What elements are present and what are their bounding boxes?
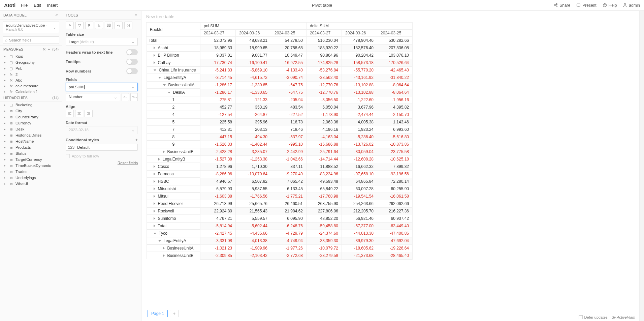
logo: Atoti bbox=[4, 2, 15, 8]
chevron-down-icon: ⌄ bbox=[53, 25, 56, 30]
topbar: Atoti File Edit Insert Pivot table Share… bbox=[0, 0, 644, 11]
tree-item[interactable]: ▸fx2 bbox=[0, 71, 62, 77]
table-row[interactable]: BusinessUnitA-1,286.17-1,330.65-647.75-1… bbox=[147, 81, 413, 89]
tree-item[interactable]: ▸⊞Products bbox=[0, 144, 62, 150]
sort-asc-icon[interactable] bbox=[95, 22, 103, 29]
table-row[interactable]: Total52,072.9648,688.2154,278.50516,230.… bbox=[147, 37, 413, 45]
tree-item[interactable]: ▸⊞HostName bbox=[0, 138, 62, 144]
brackets-icon[interactable]: {·} bbox=[124, 22, 132, 29]
table-row[interactable]: Asahi18,989.3318,999.6520,758.68188,930.… bbox=[147, 44, 413, 52]
table-row[interactable]: LegalEntityB-1,527.38-1,253.38-1,042.66-… bbox=[147, 155, 413, 163]
table-row[interactable]: DeskA-1,286.17-1,330.65-647.75-12,770.76… bbox=[147, 89, 413, 96]
tree-item[interactable]: ▸⊞Currency bbox=[0, 120, 62, 126]
reset-fields[interactable]: Reset fields bbox=[66, 161, 138, 165]
pivot-wrap[interactable]: BookIdpnl.SUMdelta.SUM2024-03-272024-03-… bbox=[146, 22, 635, 308]
menu-edit[interactable]: Edit bbox=[34, 3, 41, 8]
tree-item[interactable]: ▸▢Bucketing bbox=[0, 102, 62, 108]
cond-style-item[interactable]: 123Default bbox=[66, 144, 138, 151]
table-row[interactable]: Cathay-17,730.74-16,100.41-16,972.55-174… bbox=[147, 59, 413, 66]
tree-item[interactable]: ▸⊞Trades bbox=[0, 169, 62, 175]
flag-icon[interactable]: ⚑ bbox=[85, 22, 93, 29]
svg-rect-7 bbox=[109, 24, 110, 27]
widget-title[interactable]: New tree table bbox=[146, 14, 635, 19]
table-row[interactable]: 4-127.54-264.87-227.52-1,173.90-2,474.44… bbox=[147, 111, 413, 118]
dec-more-icon[interactable]: .00→ bbox=[130, 93, 138, 101]
table-row[interactable]: BHP Billiton9,037.019,081.7710,549.4790,… bbox=[147, 52, 413, 59]
table-row[interactable]: 9-1,526.33-1,402.44-995.10-15,686.88-13,… bbox=[147, 141, 413, 148]
statusbar: Defer updates By ActiveViam bbox=[579, 315, 635, 319]
search-input[interactable] bbox=[9, 38, 59, 42]
add-cond-icon[interactable]: + bbox=[135, 138, 138, 142]
table-row[interactable]: LegalEntityA-3,331.08-4,013.38-4,749.94-… bbox=[147, 237, 413, 244]
xy-icon[interactable]: x/y bbox=[115, 22, 123, 29]
tools-header: TOOLS bbox=[66, 13, 78, 17]
tree-item[interactable]: ▸▢PnL bbox=[0, 65, 62, 71]
tree-item[interactable]: ▸⊞Desk bbox=[0, 126, 62, 132]
tree-item[interactable]: ▸⊞TargetCurrency bbox=[0, 156, 62, 163]
tree-item[interactable]: ▸fxcalc measure bbox=[0, 83, 62, 89]
table-row[interactable]: BusinessUnitB-2,309.85-2,103.42-2,772.68… bbox=[147, 252, 413, 259]
share-button[interactable]: Share bbox=[553, 3, 570, 8]
table-row[interactable]: BusinessUnitB-2,428.28-3,285.07-2,442.99… bbox=[147, 148, 413, 155]
measures-tree: ▸▢Kpis▸▢Geography▸▢PnL▸fx2▸fxAbc▸fxcalc … bbox=[0, 53, 62, 94]
filter-icon[interactable]: ▽ bbox=[75, 22, 84, 29]
table-row[interactable]: Rockwell22,924.8021,565.4321,984.62227,8… bbox=[147, 207, 413, 215]
collapse-left-icon[interactable]: « bbox=[55, 12, 59, 18]
defer-updates[interactable]: Defer updates bbox=[579, 315, 608, 319]
table-row[interactable]: 2452.77353.19483.545,050.043,677.964,395… bbox=[147, 104, 413, 111]
present-button[interactable]: Present bbox=[576, 3, 596, 8]
tree-item[interactable]: ▸⊞Status bbox=[0, 150, 62, 156]
rownum-toggle[interactable] bbox=[126, 68, 138, 74]
table-row[interactable]: 1-275.81-121.33-205.94-3,056.50-1,222.60… bbox=[147, 96, 413, 104]
dec-less-icon[interactable]: .0← bbox=[122, 93, 129, 101]
table-row[interactable]: Mitsubishi6,579.935,987.556,133.4565,849… bbox=[147, 185, 413, 193]
align-right-icon[interactable] bbox=[85, 110, 93, 117]
table-row[interactable]: Mitsui-1,603.38-1,766.56-1,775.21-17,768… bbox=[147, 193, 413, 200]
table-row[interactable]: HSBC4,946.576,507.827,065.4249,593.4864,… bbox=[147, 178, 413, 185]
edit-icon[interactable]: ✎ bbox=[66, 22, 74, 29]
table-row[interactable]: China Life Insurance-5,241.83-5,869.10-4… bbox=[147, 66, 413, 74]
number-format-select[interactable]: Number⌄ bbox=[66, 93, 120, 101]
table-row[interactable]: Cosco1,278.961,710.30837.1111,888.5216,6… bbox=[147, 163, 413, 170]
align-center-icon[interactable] bbox=[75, 110, 83, 117]
table-row[interactable]: Formosa-8,286.96-10,070.64-9,270.49-83,2… bbox=[147, 170, 413, 178]
tree-item[interactable]: ▸fxCalculation 1 bbox=[0, 89, 62, 94]
wrap-toggle[interactable] bbox=[126, 49, 138, 55]
columns-icon[interactable] bbox=[105, 22, 113, 29]
table-row[interactable]: 8-447.15-494.30-537.97-4,163.04-5,286.40… bbox=[147, 133, 413, 141]
collapse-tools-icon[interactable]: « bbox=[134, 12, 138, 18]
table-row[interactable]: Total-5,814.94-5,602.44-6,248.76-59,458.… bbox=[147, 222, 413, 230]
tooltips-toggle[interactable] bbox=[126, 59, 138, 65]
align-left-icon[interactable] bbox=[66, 110, 74, 117]
table-row[interactable]: 7412.31203.13718.464,196.161,923.246,993… bbox=[147, 126, 413, 133]
menu-insert[interactable]: Insert bbox=[47, 3, 58, 8]
menu-file[interactable]: File bbox=[21, 3, 28, 8]
field-select[interactable]: pnl.SUM⌄ bbox=[66, 83, 138, 91]
tree-item[interactable]: ▸⊞TimeBucketDynamic bbox=[0, 163, 62, 169]
tree-item[interactable]: ▸▢Geography bbox=[0, 59, 62, 65]
tree-item[interactable]: ▸⊞City bbox=[0, 108, 62, 114]
tree-item[interactable]: ▸⊞CounterParty bbox=[0, 114, 62, 120]
table-row[interactable]: Tyco-2,427.45-4,435.66-4,729.79-24,374.6… bbox=[147, 230, 413, 237]
table-row[interactable]: LegalEntityA-3,714.45-4,615.72-3,090.74-… bbox=[147, 74, 413, 81]
table-size-select[interactable]: Large (default)⌄ bbox=[66, 38, 138, 46]
cond-styles-label: Conditional styles bbox=[66, 138, 99, 142]
help-button[interactable]: Help bbox=[603, 3, 617, 8]
tree-item[interactable]: ▸⊞HistoricalDates bbox=[0, 132, 62, 138]
tree-item[interactable]: ▸⊞What-If bbox=[0, 181, 62, 187]
tree-item[interactable]: ▸⊞Underlyings bbox=[0, 175, 62, 181]
table-row[interactable]: 5225.58395.96116.782,063.364,005.381,143… bbox=[147, 118, 413, 126]
cube-select[interactable]: EquityDerivativesCube - Ranch 6.0 ⌄ bbox=[3, 22, 59, 33]
user-button[interactable]: admin bbox=[623, 3, 640, 8]
table-row[interactable]: Reed Elsevier26,713.9925,665.7626,460.51… bbox=[147, 200, 413, 207]
add-page-button[interactable]: + bbox=[170, 310, 179, 317]
page-tab-1[interactable]: Page 1 bbox=[148, 310, 168, 317]
content: New tree table BookIdpnl.SUMdelta.SUM202… bbox=[141, 11, 639, 321]
panel-data-model: DATA MODEL « EquityDerivativesCube - Ran… bbox=[0, 11, 62, 321]
search-fields[interactable]: ⌕ bbox=[3, 36, 59, 44]
table-row[interactable]: BusinessUnitA-1,021.23-1,909.96-1,977.26… bbox=[147, 244, 413, 252]
scrollbar[interactable] bbox=[639, 11, 644, 321]
tree-item[interactable]: ▸fxAbc bbox=[0, 77, 62, 83]
table-row[interactable]: Sumitomo4,767.215,559.576,095.9048,852.2… bbox=[147, 215, 413, 222]
tree-item[interactable]: ▸▢Kpis bbox=[0, 53, 62, 59]
